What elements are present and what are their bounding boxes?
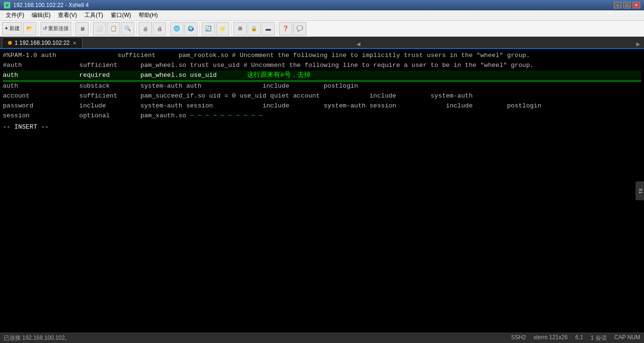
tilde-9: ~ [251, 112, 255, 119]
tilde-2: ~ [198, 112, 201, 119]
main-wrapper: X 192.168.100.102:22 - Xshell 4 – □ ✕ 文件… [0, 0, 644, 343]
status-caps: CAP NUM [614, 334, 640, 342]
tab-label: 1 192.168.100.102:22 [15, 40, 70, 46]
status-pos: 6,1 [575, 334, 583, 342]
tb-globe[interactable]: 🌐 [170, 22, 183, 35]
lock-icon: 🔒 [251, 25, 257, 32]
chat-icon: 💬 [297, 25, 303, 32]
line-2: auth sufficient pam_rootok.so [41, 52, 228, 59]
tilde-7: ~ [236, 112, 239, 119]
reconnect-button[interactable]: ↺ 重新连接 [41, 22, 71, 35]
line-14: session optional pam_xauth.so [3, 112, 186, 119]
close-button[interactable]: ✕ [633, 2, 640, 8]
tb-paste[interactable]: 📋 [107, 22, 120, 35]
menu-tools[interactable]: 工具(T) [81, 10, 107, 20]
search-icon: 🔍 [124, 25, 131, 32]
line-9: account sufficient pam_succeed_if.so uid… [3, 92, 289, 99]
tilde-3: ~ [205, 112, 209, 119]
tab-scroll-left[interactable]: ◀ [355, 40, 362, 48]
print-icon: 🖨 [143, 26, 148, 32]
sep5 [168, 23, 168, 34]
line-10: account include system-auth [293, 92, 473, 99]
tb-print2[interactable]: 🖨 [153, 22, 166, 35]
reconnect-icon: ↺ [43, 25, 47, 32]
new-label: 新建 [9, 25, 20, 32]
monitor-icon: 🖥 [80, 26, 85, 32]
sep4 [136, 23, 137, 34]
title-left: X 192.168.100.102:22 - Xshell 4 [4, 2, 89, 8]
tb-refresh[interactable]: 🔄 [202, 22, 215, 35]
sep6 [199, 23, 200, 34]
new-button[interactable]: ✦ 新建 [2, 22, 22, 35]
tilde-4: ~ [213, 112, 217, 119]
insert-mode-line: -- INSERT -- [3, 122, 641, 132]
tb-lock[interactable]: 🔒 [248, 22, 261, 35]
tab-close-button[interactable]: ✕ [73, 41, 76, 46]
copy-icon: ⬜ [96, 25, 103, 32]
tab-1[interactable]: 1 192.168.100.102:22 ✕ [2, 37, 83, 48]
sidebar-hint[interactable]: 51 [636, 181, 644, 200]
line-8: auth include postlogin [186, 82, 358, 90]
sep7 [231, 23, 231, 34]
tilde-1: ~ [190, 112, 194, 119]
star-icon: ⭐ [219, 25, 226, 32]
tb-star[interactable]: ⭐ [216, 22, 229, 35]
tb-chat[interactable]: 💬 [293, 22, 306, 35]
bar-icon: ▬ [266, 26, 271, 32]
toolbar: ✦ 新建 📂 ↺ 重新连接 🖥 ⬜ 📋 🔍 🖨 🖨 🌐 🌍 🔄 ⭐ ⊞ 🔒 ▬ … [0, 21, 644, 37]
sep8 [277, 23, 277, 34]
menu-window[interactable]: 窗口(W) [107, 10, 135, 20]
annotation-text: 这行原来有#号，去掉 [247, 72, 310, 79]
open-icon: 📂 [26, 25, 33, 32]
tb-grid[interactable]: ⊞ [233, 22, 247, 35]
tb-help[interactable]: ❓ [279, 22, 292, 35]
grid-icon: ⊞ [238, 25, 242, 32]
tb-bar[interactable]: ▬ [262, 22, 275, 35]
tilde-8: ~ [244, 112, 248, 119]
paste-icon: 📋 [110, 25, 117, 32]
tilde-6: ~ [228, 112, 232, 119]
tilde-10: ~ [259, 112, 263, 119]
reconnect-label: 重新连接 [48, 25, 69, 32]
titlebar: X 192.168.100.102:22 - Xshell 4 – □ ✕ [0, 0, 644, 10]
maximize-button[interactable]: □ [623, 2, 631, 8]
tb-search[interactable]: 🔍 [121, 22, 134, 35]
line-5: # Uncomment the following line to requir… [243, 62, 534, 69]
sep2 [73, 23, 74, 34]
status-ssh: SSH2 [511, 334, 526, 342]
tabbar: 1 192.168.100.102:22 ✕ ◀ ▶ [0, 37, 644, 49]
tab-status-dot [8, 41, 12, 45]
tilde-5: ~ [221, 112, 224, 119]
menu-file[interactable]: 文件(F) [2, 10, 28, 20]
menubar: 文件(F) 编辑(E) 查看(V) 工具(T) 窗口(W) 帮助(H) [0, 10, 644, 21]
statusbar: 已连接 192.168.100.102。 SSH2 xterm 121x26 6… [0, 333, 644, 343]
line-3: # Uncomment the following line to implic… [232, 52, 530, 59]
terminal-wrapper: #%PAM-1.0 auth sufficient pam_rootok.so … [0, 49, 644, 333]
line-13: session include postlogin [370, 102, 542, 109]
window-controls[interactable]: – □ ✕ [614, 2, 640, 8]
status-right: SSH2 xterm 121x26 6,1 1 会话 CAP NUM [511, 334, 640, 342]
tab-scroll-right[interactable]: ▶ [635, 40, 642, 48]
menu-help[interactable]: 帮助(H) [135, 10, 162, 20]
line-1: #%PAM-1.0 [3, 52, 37, 59]
refresh-icon: 🔄 [205, 25, 212, 32]
globe-icon: 🌐 [173, 25, 180, 32]
line-4: #auth sufficient pam_wheel.so trust use_… [3, 62, 239, 69]
sep1 [38, 23, 39, 34]
menu-view[interactable]: 查看(V) [54, 10, 81, 20]
help-icon: ❓ [282, 25, 289, 32]
line-12: session include system-auth [186, 102, 366, 109]
tb-copy[interactable]: ⬜ [93, 22, 106, 35]
tb-btn-1[interactable]: 🖥 [75, 22, 89, 35]
open-button[interactable]: 📂 [23, 22, 36, 35]
minimize-button[interactable]: – [614, 2, 621, 8]
globe2-icon: 🌍 [188, 25, 194, 32]
line-7: auth substack system-auth [3, 82, 182, 90]
menu-edit[interactable]: 编辑(E) [28, 10, 54, 20]
tb-globe2[interactable]: 🌍 [184, 22, 198, 35]
status-connection: 已连接 192.168.100.102。 [4, 334, 70, 342]
window-title: 192.168.100.102:22 - Xshell 4 [13, 2, 89, 8]
terminal[interactable]: #%PAM-1.0 auth sufficient pam_rootok.so … [0, 49, 644, 333]
line-11: password include system-auth [3, 102, 182, 109]
tb-print[interactable]: 🖨 [139, 22, 152, 35]
